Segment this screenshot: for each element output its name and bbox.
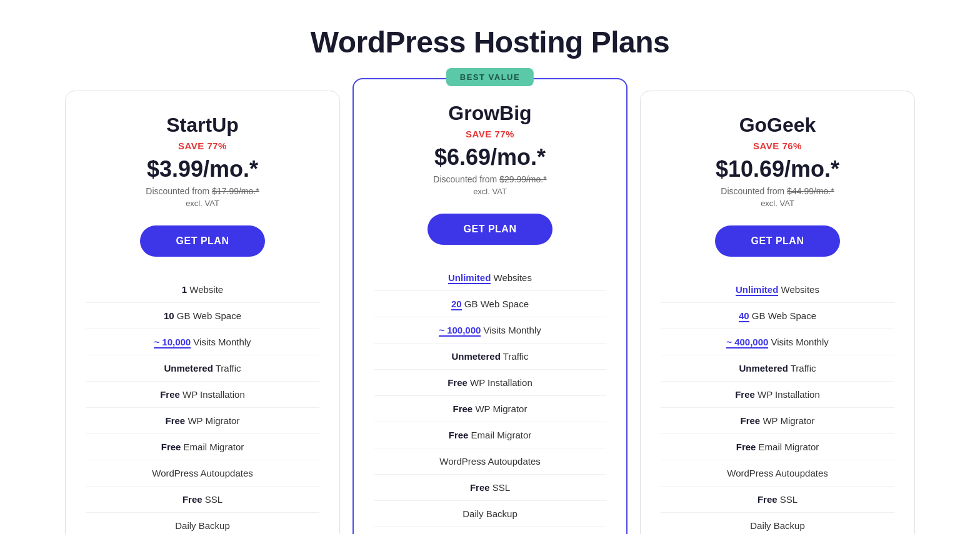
excl-vat: excl. VAT: [374, 187, 606, 196]
feature-item: Free WP Installation: [374, 370, 606, 396]
plan-card-growbig: BEST VALUEGrowBigSAVE 77%$6.69/mo.*Disco…: [352, 78, 628, 534]
feature-item: WordPress Autoupdates: [86, 460, 319, 487]
feature-item: Free Email Migrator: [374, 422, 606, 448]
feature-item: Free SSL: [661, 487, 894, 513]
feature-item: Unlimited Websites: [661, 277, 894, 303]
page-wrapper: WordPress Hosting Plans StartUpSAVE 77%$…: [0, 0, 980, 534]
feature-item: 40 GB Web Space: [661, 303, 894, 329]
feature-item: Unlimited Websites: [374, 265, 606, 291]
features-list: Unlimited Websites40 GB Web Space~ 400,0…: [661, 277, 894, 534]
feature-item: 20 GB Web Space: [374, 291, 606, 317]
plan-card-startup: StartUpSAVE 77%$3.99/mo.*Discounted from…: [65, 91, 340, 534]
feature-item: 1 Website: [86, 277, 319, 303]
feature-item: Free Email Migrator: [86, 434, 319, 460]
feature-item: WordPress Autoupdates: [374, 448, 606, 475]
price-main: $6.69/mo.*: [374, 144, 606, 171]
save-label: SAVE 76%: [661, 141, 894, 151]
feature-item: Daily Backup: [86, 513, 319, 534]
excl-vat: excl. VAT: [86, 199, 319, 208]
excl-vat: excl. VAT: [661, 199, 894, 208]
feature-item: Unmetered Traffic: [374, 344, 606, 370]
best-value-badge: BEST VALUE: [446, 68, 534, 86]
feature-item: ~ 400,000 Visits Monthly: [661, 329, 894, 355]
price-original: Discounted from $29.99/mo.*: [374, 174, 606, 184]
feature-item: WordPress Autoupdates: [661, 460, 894, 487]
plan-name: StartUp: [86, 114, 319, 137]
plan-name: GrowBig: [374, 102, 606, 125]
get-plan-button[interactable]: GET PLAN: [715, 225, 840, 257]
get-plan-button[interactable]: GET PLAN: [140, 225, 265, 257]
feature-item: ~ 10,000 Visits Monthly: [86, 329, 319, 355]
feature-item: Free WP Migrator: [374, 396, 606, 422]
get-plan-button[interactable]: GET PLAN: [428, 214, 552, 245]
plans-container: StartUpSAVE 77%$3.99/mo.*Discounted from…: [38, 91, 942, 534]
feature-item: Daily Backup: [661, 513, 894, 534]
feature-item: ~ 100,000 Visits Monthly: [374, 317, 606, 344]
price-original: Discounted from $17.99/mo.*: [86, 186, 319, 196]
page-title: WordPress Hosting Plans: [38, 25, 942, 59]
features-list: Unlimited Websites20 GB Web Space~ 100,0…: [374, 265, 606, 534]
feature-item: Free WP Migrator: [661, 408, 894, 434]
feature-item: Free WP Installation: [661, 382, 894, 408]
feature-item: 10 GB Web Space: [86, 303, 319, 329]
save-label: SAVE 77%: [374, 129, 606, 139]
save-label: SAVE 77%: [86, 141, 319, 151]
plan-card-gogeek: GoGeekSAVE 76%$10.69/mo.*Discounted from…: [640, 91, 915, 534]
features-list: 1 Website10 GB Web Space~ 10,000 Visits …: [86, 277, 319, 534]
feature-item: Free CDN: [374, 527, 606, 534]
price-original: Discounted from $44.99/mo.*: [661, 186, 894, 196]
feature-item: Free Email Migrator: [661, 434, 894, 460]
feature-item: Unmetered Traffic: [86, 355, 319, 382]
feature-item: Daily Backup: [374, 501, 606, 527]
feature-item: Unmetered Traffic: [661, 355, 894, 382]
plan-name: GoGeek: [661, 114, 894, 137]
feature-item: Free WP Migrator: [86, 408, 319, 434]
price-main: $3.99/mo.*: [86, 156, 319, 182]
feature-item: Free SSL: [374, 475, 606, 501]
feature-item: Free WP Installation: [86, 382, 319, 408]
feature-item: Free SSL: [86, 487, 319, 513]
price-main: $10.69/mo.*: [661, 156, 894, 182]
